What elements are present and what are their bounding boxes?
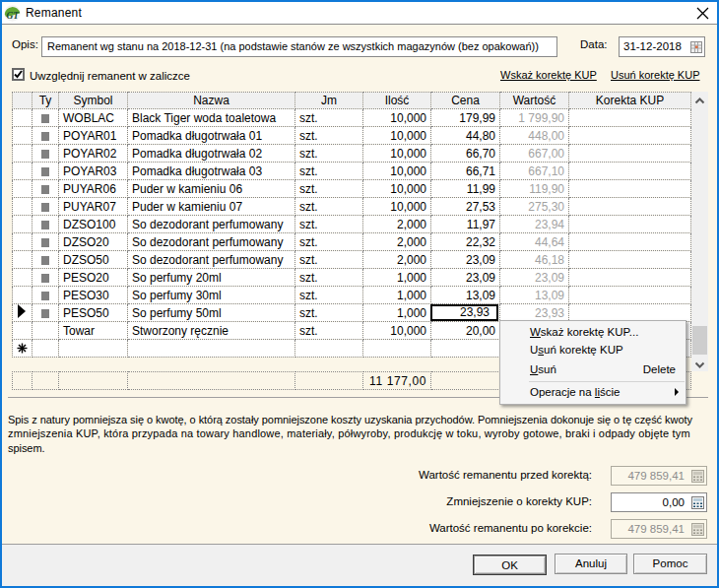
svg-text:GT: GT — [6, 11, 20, 21]
